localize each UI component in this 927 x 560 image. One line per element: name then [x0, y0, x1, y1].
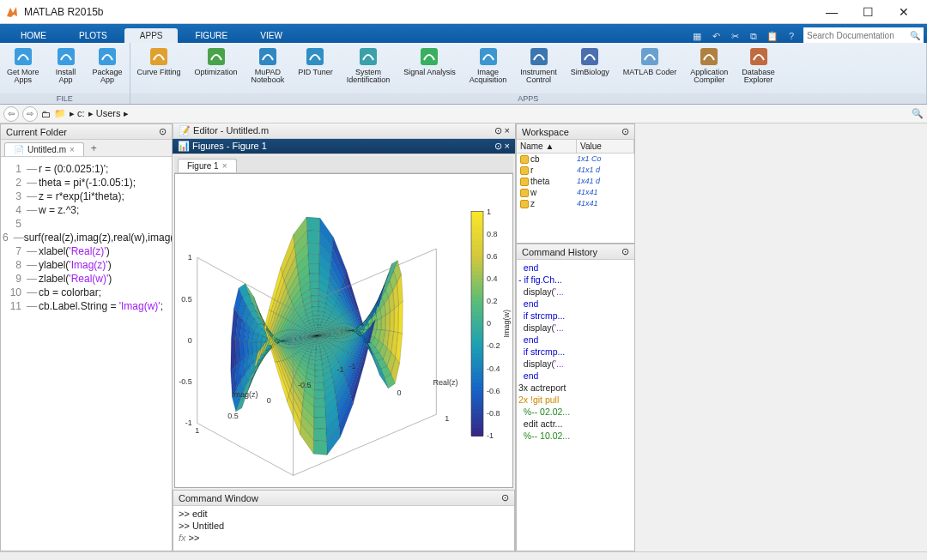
code-line[interactable]: 8—ylabel('Imag(z)') [3, 258, 170, 272]
search-folder-icon[interactable]: 🔍 [912, 108, 924, 119]
svg-marker-159 [390, 309, 395, 331]
ribbon-button[interactable]: InstallApp [46, 43, 86, 93]
history-item[interactable]: if strcmp... [518, 346, 633, 358]
svg-rect-3 [150, 48, 167, 65]
ribbon-button[interactable]: PackageApp [86, 43, 130, 93]
code-line[interactable]: 3—z = r*exp(1i*theta); [3, 190, 170, 203]
maximize-button[interactable]: ☐ [850, 0, 886, 24]
nav-back-button[interactable]: ⇦ [3, 106, 19, 122]
svg-rect-10 [530, 48, 548, 65]
close-tab-icon[interactable]: × [222, 161, 227, 171]
close-button[interactable]: ✕ [886, 0, 922, 24]
history-item[interactable]: %-- 10.02... [518, 430, 633, 442]
breadcrumb[interactable]: ▸ c: ▸ Users ▸ [70, 108, 129, 119]
panel-actions-icon[interactable]: ⊙ [494, 141, 502, 151]
svg-marker-695 [316, 352, 321, 357]
add-tab-button[interactable]: + [84, 141, 104, 156]
history-item[interactable]: display('... [518, 322, 633, 334]
history-item[interactable]: edit actr... [518, 418, 633, 430]
code-line[interactable]: 10—cb = colorbar; [3, 286, 170, 299]
code-line[interactable]: 6—surf(real(z),imag(z),real(w),imag(w)) [3, 231, 170, 244]
panel-actions-icon[interactable]: ⊙ [621, 246, 629, 257]
ribbon-button[interactable]: Get MoreApps [0, 43, 46, 93]
code-line[interactable]: 5 [3, 217, 170, 231]
history-item[interactable]: end [518, 262, 633, 274]
status-bar [0, 551, 927, 560]
history-item[interactable]: end [518, 298, 633, 310]
history-item[interactable]: end [518, 370, 633, 382]
nav-forward-button[interactable]: ⇨ [22, 106, 38, 122]
help-icon[interactable]: ? [785, 29, 798, 43]
ribbon-app-button[interactable]: MuPADNotebook [245, 43, 292, 93]
quick-icon[interactable]: ▦ [690, 29, 704, 43]
current-folder-panel: Current Folder⊙ 📄Untitled.m× + 1—r = (0:… [0, 123, 172, 551]
workspace-var-row[interactable]: cb1x1 Co [517, 154, 634, 165]
search-icon[interactable]: 🔍 [910, 31, 920, 40]
ribbon-app-button[interactable]: MATLAB Coder [616, 43, 683, 93]
panel-actions-icon[interactable]: ⊙ [494, 125, 502, 135]
panel-close-icon[interactable]: × [505, 125, 510, 135]
code-line[interactable]: 9—zlabel('Real(w)') [3, 272, 170, 286]
svg-text:0: 0 [267, 396, 271, 405]
history-item[interactable]: 3x actreport [518, 382, 633, 394]
close-tab-icon[interactable]: × [70, 145, 75, 154]
workspace-var-row[interactable]: r41x1 d [517, 165, 634, 176]
history-item[interactable]: %-- 02.02... [518, 406, 633, 418]
command-history-panel: Command History⊙ end- if fig.Ch... displ… [516, 244, 635, 551]
figure-canvas[interactable]: 10.50-0.5-110.50-0.5-1-101Imag(z)Real(z)… [174, 173, 513, 488]
panel-close-icon[interactable]: × [505, 141, 510, 151]
ribbon-app-button[interactable]: Curve Fitting [130, 43, 188, 93]
history-item[interactable]: display('... [518, 286, 633, 298]
ribbon-tab-figure[interactable]: FIGURE [179, 28, 243, 43]
ribbon-app-button[interactable]: DatabaseExplorer [735, 43, 782, 93]
history-item[interactable]: if strcmp... [518, 310, 633, 322]
ribbon-app-button[interactable]: Optimization [188, 43, 245, 93]
svg-rect-4 [208, 48, 225, 65]
svg-text:-0.8: -0.8 [487, 409, 500, 418]
svg-rect-8 [421, 48, 438, 65]
ribbon-app-button[interactable]: ImageAcquisition [463, 43, 514, 93]
breadcrumb-segment[interactable]: ▸ Users [88, 108, 121, 119]
cut-icon[interactable]: ✂ [728, 29, 742, 43]
code-line[interactable]: 4—w = z.^3; [3, 203, 170, 217]
breadcrumb-segment[interactable]: ▸ c: [70, 108, 85, 119]
svg-marker-26 [308, 254, 319, 264]
undo-icon[interactable]: ↶ [709, 29, 723, 43]
ribbon-app-button[interactable]: InstrumentControl [513, 43, 564, 93]
minimize-button[interactable]: — [814, 0, 850, 24]
copy-icon[interactable]: ⧉ [747, 29, 760, 43]
panel-actions-icon[interactable]: ⊙ [501, 492, 509, 503]
ribbon-app-button[interactable]: ApplicationCompiler [683, 43, 735, 93]
workspace-var-row[interactable]: theta1x41 d [517, 176, 634, 187]
ribbon-tab-home[interactable]: HOME [5, 28, 62, 43]
code-line[interactable]: 1—r = (0:0.025:1)'; [3, 162, 170, 176]
command-window-body[interactable]: >> edit >> Untitledfx >> [173, 506, 514, 551]
command-prompt[interactable]: fx >> [179, 532, 509, 544]
svg-text:Imag(z): Imag(z) [232, 390, 258, 399]
ribbon-app-button[interactable]: SimBiology [564, 43, 616, 93]
code-line[interactable]: 7—xlabel('Real(z)') [3, 244, 170, 258]
code-line[interactable]: 2—theta = pi*(-1:0.05:1); [3, 176, 170, 190]
ribbon-tab-view[interactable]: VIEW [245, 28, 298, 43]
ribbon-tab-apps[interactable]: APPS [124, 28, 179, 43]
folder-up-icon[interactable]: 🗀 [41, 109, 51, 119]
panel-actions-icon[interactable]: ⊙ [621, 126, 629, 137]
history-item[interactable]: - if fig.Ch... [518, 274, 633, 286]
ribbon-app-button[interactable]: SystemIdentification [340, 43, 397, 93]
workspace-header[interactable]: Name ▲ Value [517, 140, 634, 154]
workspace-var-row[interactable]: w41x41 [517, 187, 634, 198]
code-line[interactable]: 11—cb.Label.String = 'Imag(w)'; [3, 299, 170, 313]
ribbon-tab-plots[interactable]: PLOTS [64, 28, 123, 43]
search-documentation[interactable]: 🔍 [803, 27, 924, 43]
search-input[interactable] [807, 31, 910, 40]
file-tab[interactable]: 📄Untitled.m× [4, 142, 84, 156]
workspace-var-row[interactable]: z41x41 [517, 198, 634, 209]
figure-tab[interactable]: Figure 1 × [178, 159, 237, 172]
panel-actions-icon[interactable]: ⊙ [159, 126, 167, 137]
ribbon-app-button[interactable]: PID Tuner [291, 43, 340, 93]
paste-icon[interactable]: 📋 [766, 29, 779, 43]
history-item[interactable]: end [518, 334, 633, 346]
history-item[interactable]: display('... [518, 358, 633, 370]
history-item[interactable]: 2x !git pull [518, 394, 633, 406]
ribbon-app-button[interactable]: Signal Analysis [397, 43, 463, 93]
